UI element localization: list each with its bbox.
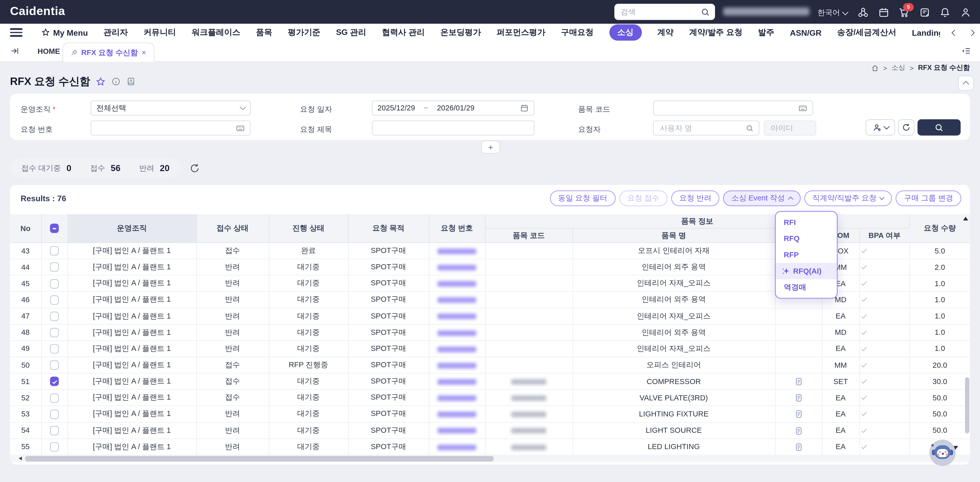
request-no-link[interactable] xyxy=(438,297,476,303)
row-checkbox[interactable] xyxy=(50,361,59,370)
row-checkbox[interactable] xyxy=(50,312,59,321)
user-filter-button[interactable] xyxy=(865,119,895,136)
date-range[interactable]: 2025/12/29 ~ 2026/01/29 xyxy=(372,100,535,116)
row-checkbox[interactable] xyxy=(50,409,59,419)
request-no-link[interactable] xyxy=(438,428,476,434)
bell-icon[interactable] xyxy=(939,7,951,18)
keyboard-icon[interactable] xyxy=(235,124,245,133)
global-search[interactable] xyxy=(614,4,715,20)
dropdown-item[interactable]: RFQ(AI) xyxy=(776,263,837,279)
row-checkbox[interactable] xyxy=(50,377,59,386)
header-qty[interactable]: 요청 수량 xyxy=(909,214,970,243)
org-chart-icon[interactable] xyxy=(858,7,869,18)
menubar-item[interactable]: My Menu xyxy=(41,28,88,37)
row-checkbox[interactable] xyxy=(50,393,59,403)
pin-icon[interactable] xyxy=(71,49,78,56)
status-chip[interactable]: 접수 대기중0 xyxy=(21,163,71,173)
request-no-link[interactable] xyxy=(438,347,476,352)
grid-button[interactable]: 동일 요청 필터 xyxy=(550,190,615,206)
menubar-item[interactable]: 평가기준 xyxy=(288,27,320,38)
panel-expand-icon[interactable] xyxy=(10,46,19,55)
request-no-link[interactable] xyxy=(438,379,476,385)
home-icon[interactable] xyxy=(871,64,879,71)
breadcrumb-section[interactable]: 소싱 xyxy=(891,63,905,73)
requester-name-input[interactable] xyxy=(659,123,742,133)
row-checkbox[interactable] xyxy=(50,426,59,435)
scroll-up-icon[interactable] xyxy=(963,217,968,220)
select-all-checkbox[interactable] xyxy=(50,224,59,233)
header-purpose[interactable]: 요청 목적 xyxy=(348,214,429,243)
dropdown-item[interactable]: 역경매 xyxy=(776,279,837,296)
info-icon[interactable] xyxy=(111,77,121,86)
menubar-item[interactable]: ASN/GR xyxy=(790,28,821,37)
menubar-item[interactable]: 협력사 관리 xyxy=(382,27,425,38)
menubar-item[interactable]: 퍼포먼스평가 xyxy=(496,27,546,38)
search-button[interactable] xyxy=(918,119,961,136)
tab-list-icon[interactable] xyxy=(962,46,971,55)
row-checkbox[interactable] xyxy=(50,246,59,255)
menubar-item[interactable]: 송장/세금계산서 xyxy=(837,27,896,38)
menubar-item[interactable]: 온보딩평가 xyxy=(441,27,481,38)
tab-close-icon[interactable]: × xyxy=(142,48,146,57)
scroll-left-icon[interactable] xyxy=(19,456,22,460)
cart-icon[interactable]: 5 xyxy=(898,7,909,18)
expand-filter-button[interactable]: + xyxy=(481,141,500,154)
request-no-link[interactable] xyxy=(438,314,476,319)
dropdown-item[interactable]: RFI xyxy=(776,214,837,230)
grid-button[interactable]: 요청 반려 xyxy=(671,190,719,206)
menubar-item[interactable]: 품목 xyxy=(256,27,272,38)
status-chip[interactable]: 반려20 xyxy=(139,163,169,173)
tab-home[interactable]: HOME xyxy=(38,47,60,55)
row-checkbox[interactable] xyxy=(50,262,59,272)
vertical-scrollbar-thumb[interactable] xyxy=(965,377,969,433)
search-icon[interactable] xyxy=(746,124,754,132)
grid-button[interactable]: 구매 그룹 변경 xyxy=(896,190,961,206)
menubar-item[interactable]: 계약 xyxy=(657,27,673,38)
chevron-left-icon[interactable] xyxy=(952,29,958,35)
row-checkbox[interactable] xyxy=(50,295,59,305)
menubar-item[interactable]: SG 관리 xyxy=(336,27,366,38)
menubar-item[interactable]: 구매요청 xyxy=(561,27,593,38)
hamburger-icon[interactable] xyxy=(10,28,22,37)
keyboard-icon[interactable] xyxy=(798,103,808,113)
chevron-right-icon[interactable] xyxy=(969,29,975,35)
memo-icon[interactable] xyxy=(919,7,931,18)
horizontal-scrollbar-thumb[interactable] xyxy=(25,456,494,461)
req-no-input[interactable] xyxy=(96,123,232,133)
row-checkbox[interactable] xyxy=(50,344,59,354)
request-no-link[interactable] xyxy=(438,412,476,417)
row-checkbox[interactable] xyxy=(50,279,59,289)
header-item-name[interactable]: 품목 명 xyxy=(573,228,775,243)
dropdown-item[interactable]: RFQ xyxy=(776,230,837,247)
header-item-code[interactable]: 품목 코드 xyxy=(485,228,573,243)
global-search-input[interactable] xyxy=(619,7,700,17)
date-from[interactable]: 2025/12/29 xyxy=(377,104,415,113)
dropdown-item[interactable]: RFP xyxy=(776,247,837,263)
menubar-item[interactable]: 소싱 xyxy=(609,24,641,41)
date-to[interactable]: 2026/01/29 xyxy=(437,104,516,113)
item-code-input[interactable] xyxy=(659,103,794,113)
header-progress-status[interactable]: 진행 상태 xyxy=(269,214,348,243)
header-req-no[interactable]: 요청 번호 xyxy=(429,214,485,243)
requester-id-input[interactable] xyxy=(770,123,811,133)
req-title-input[interactable] xyxy=(377,123,529,133)
grid-button[interactable]: 직계약/직발주 요청 xyxy=(804,190,892,206)
request-no-link[interactable] xyxy=(438,396,476,401)
status-chip[interactable]: 접수56 xyxy=(90,163,121,173)
menubar-item[interactable]: 커뮤니티 xyxy=(143,27,176,38)
manual-icon[interactable]: A xyxy=(127,77,136,86)
reset-button[interactable] xyxy=(898,119,915,136)
row-checkbox[interactable] xyxy=(50,328,59,338)
search-icon[interactable] xyxy=(700,7,710,17)
header-org[interactable]: 운영조직 xyxy=(67,214,196,243)
header-receipt-status[interactable]: 접수 상태 xyxy=(196,214,269,243)
language-selector[interactable]: 한국어 xyxy=(818,7,848,18)
tab-active[interactable]: RFX 요청 수신함 × xyxy=(62,43,154,62)
request-no-link[interactable] xyxy=(438,281,476,287)
request-no-link[interactable] xyxy=(438,330,476,336)
row-checkbox[interactable] xyxy=(50,442,59,452)
grid-button[interactable]: 요청 접수 xyxy=(619,190,667,206)
menubar-item[interactable]: 계약/발주 요청 xyxy=(689,27,742,38)
user-icon[interactable] xyxy=(960,7,971,18)
org-select[interactable]: 전체선택 xyxy=(91,100,251,116)
